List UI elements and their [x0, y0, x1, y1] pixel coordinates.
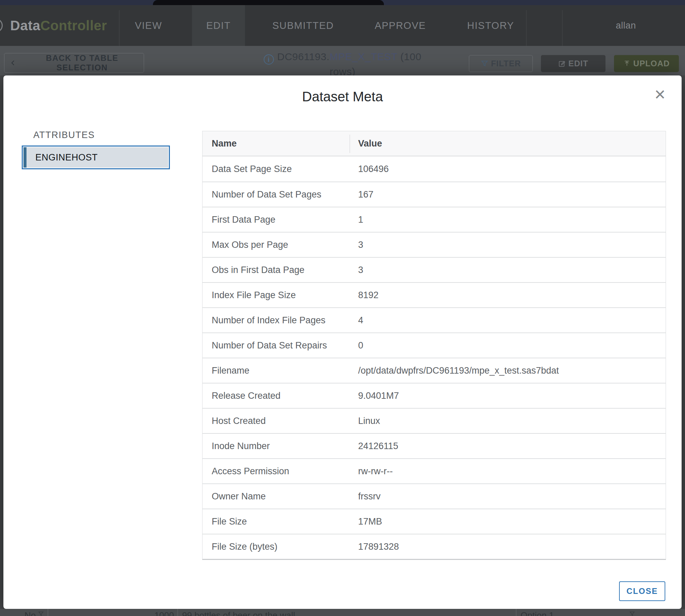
meta-value-cell: 24126115: [350, 441, 666, 451]
nav-divider: [119, 10, 120, 51]
bg-column-divider: [516, 609, 516, 616]
meta-name-cell: Number of Index File Pages: [203, 315, 350, 326]
table-row: Host Created Linux: [203, 408, 666, 433]
nav-item-view[interactable]: VIEW: [121, 5, 176, 46]
table-row: Access Permission rw-rw-r--: [203, 458, 666, 483]
dataset-title: iDC961193.MPE_X_TEST (100 rows): [259, 50, 426, 79]
meta-name-cell: Number of Data Set Pages: [203, 189, 350, 200]
nav-divider: [562, 10, 563, 51]
meta-name-cell: Release Created: [203, 391, 350, 401]
meta-value-cell: frssrv: [350, 491, 666, 502]
bg-cell-option: Option 1: [521, 610, 554, 616]
filter-button[interactable]: FILTER: [469, 55, 533, 72]
logo-text-data: Data: [10, 18, 40, 33]
table-row: Number of Data Set Repairs 0: [203, 332, 666, 358]
meta-name-cell: Inode Number: [203, 441, 350, 451]
funnel-icon: [629, 611, 635, 616]
user-menu[interactable]: allan: [616, 5, 636, 46]
edit-pencil-icon: [558, 60, 566, 67]
app-logo[interactable]: DataController: [10, 5, 107, 46]
table-row: Max Obs per Page 3: [203, 232, 666, 257]
window-top-strip: [0, 0, 685, 5]
table-row: Filename /opt/data/dwpfrs/DC961193/mpe_x…: [203, 358, 666, 383]
info-icon[interactable]: i: [264, 54, 274, 65]
bg-cell-number: 1000: [150, 610, 174, 616]
nav-item-submitted[interactable]: SUBMITTED: [258, 5, 348, 46]
meta-name-cell: Number of Data Set Repairs: [203, 340, 350, 351]
table-row: File Size (bytes) 17891328: [203, 534, 666, 559]
attribute-item-inner: ENGINEHOST: [23, 147, 168, 168]
attribute-label: ENGINEHOST: [35, 152, 98, 163]
table-row: Number of Index File Pages 4: [203, 307, 666, 332]
upload-arrow-icon: [623, 60, 631, 67]
meta-name-cell: Filename: [203, 365, 350, 376]
meta-value-cell: 106496: [350, 164, 666, 174]
close-icon[interactable]: ✕: [654, 88, 666, 102]
column-divider: [350, 135, 350, 153]
background-table-strip: No 1000 99 bottles of beer on the wall O…: [0, 609, 685, 616]
close-button[interactable]: CLOSE: [619, 581, 665, 601]
meta-value-cell: 0: [350, 340, 666, 351]
meta-value-cell: 1: [350, 215, 666, 225]
meta-value-cell: 17MB: [350, 516, 666, 527]
column-header-value: Value: [350, 138, 666, 149]
table-row: Data Set Page Size 106496: [203, 156, 666, 182]
funnel-icon: [481, 60, 488, 67]
meta-value-cell: 3: [350, 265, 666, 275]
bg-cell-text: 99 bottles of beer on the wall: [182, 610, 295, 616]
meta-value-cell: 17891328: [350, 542, 666, 552]
meta-table-header: Name Value: [203, 131, 666, 156]
meta-table-body: Data Set Page Size 106496 Number of Data…: [203, 156, 666, 559]
meta-name-cell: Access Permission: [203, 466, 350, 477]
dataset-meta-modal: Dataset Meta ✕ ATTRIBUTES ENGINEHOST Nam…: [3, 75, 682, 609]
edit-button[interactable]: EDIT: [541, 55, 605, 72]
selected-indicator-bar: [23, 147, 27, 168]
meta-name-cell: Data Set Page Size: [203, 164, 350, 174]
table-row: Owner Name frssrv: [203, 483, 666, 509]
meta-name-cell: Host Created: [203, 416, 350, 426]
meta-name-cell: File Size: [203, 516, 350, 527]
upload-button[interactable]: UPLOAD: [614, 55, 679, 72]
meta-value-cell: 9.0401M7: [350, 391, 666, 401]
attribute-item-enginehost[interactable]: ENGINEHOST: [22, 146, 170, 169]
meta-name-cell: File Size (bytes): [203, 542, 350, 552]
meta-name-cell: Owner Name: [203, 491, 350, 502]
table-row: File Size 17MB: [203, 509, 666, 534]
nav-item-edit[interactable]: EDIT: [192, 5, 245, 46]
chevron-left-icon: [10, 59, 16, 66]
meta-table: Name Value Data Set Page Size 106496 Num…: [202, 131, 666, 560]
table-row: Release Created 9.0401M7: [203, 383, 666, 408]
table-row: First Data Page 1: [203, 207, 666, 232]
edit-button-label: EDIT: [568, 59, 589, 68]
nav-item-approve[interactable]: APPROVE: [361, 5, 440, 46]
funnel-icon: [38, 611, 44, 616]
window-tab-shape: [153, 0, 384, 5]
meta-value-cell: Linux: [350, 416, 666, 426]
meta-name-cell: First Data Page: [203, 215, 350, 225]
table-row: Index File Page Size 8192: [203, 282, 666, 307]
dataset-libref: DC961193.: [277, 51, 330, 62]
nav-item-history[interactable]: HISTORY: [453, 5, 528, 46]
app-logo-icon: [0, 18, 3, 33]
bg-column-divider: [177, 609, 178, 616]
meta-value-cell: 167: [350, 189, 666, 200]
modal-title: Dataset Meta: [3, 89, 682, 104]
table-row: Obs in First Data Page 3: [203, 257, 666, 282]
back-to-table-selection-button[interactable]: BACK TO TABLE SELECTION: [4, 53, 144, 73]
filter-button-label: FILTER: [491, 59, 521, 68]
screen: DataController VIEW EDIT SUBMITTED APPRO…: [0, 0, 685, 616]
meta-name-cell: Index File Page Size: [203, 290, 350, 301]
nav-divider: [526, 10, 527, 51]
table-row: Number of Data Set Pages 167: [203, 182, 666, 207]
logo-text-controller: Controller: [40, 18, 107, 33]
upload-button-label: UPLOAD: [633, 59, 670, 68]
column-header-name: Name: [203, 138, 350, 149]
bg-column-divider: [48, 609, 48, 616]
back-button-label: BACK TO TABLE SELECTION: [20, 53, 144, 72]
meta-value-cell: 8192: [350, 290, 666, 301]
meta-value-cell: /opt/data/dwpfrs/DC961193/mpe_x_test.sas…: [350, 365, 666, 376]
table-row: Inode Number 24126115: [203, 433, 666, 458]
app-navbar: DataController VIEW EDIT SUBMITTED APPRO…: [0, 5, 685, 46]
meta-name-cell: Obs in First Data Page: [203, 265, 350, 275]
bg-cell-flag: No: [24, 610, 36, 616]
